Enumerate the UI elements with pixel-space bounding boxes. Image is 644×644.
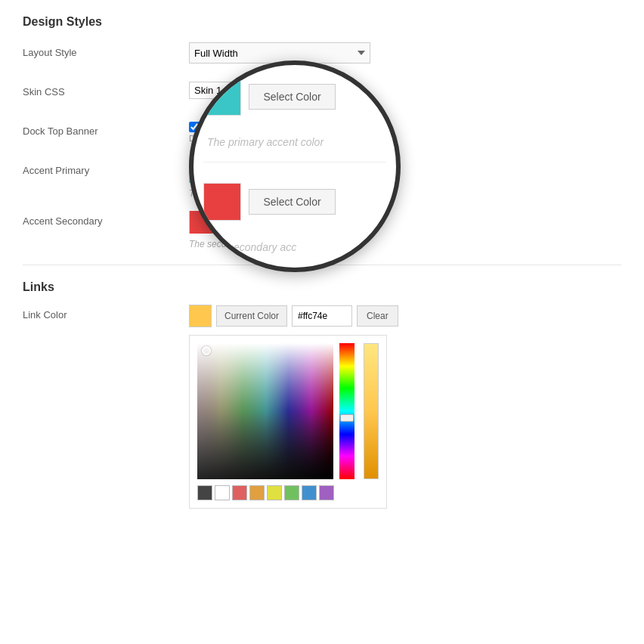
preview-bar-area [364, 343, 379, 479]
layout-style-label: Layout Style [23, 42, 189, 58]
swatch-green[interactable] [284, 485, 299, 500]
skin-css-label: Skin CSS [23, 82, 189, 98]
swatch-white[interactable] [215, 485, 230, 500]
clear-button[interactable]: Clear [357, 305, 398, 327]
mag-divider [203, 162, 385, 163]
link-color-row: Link Color Current Color Clear [23, 305, 621, 509]
preview-bar [364, 343, 379, 479]
accent-primary-label: Accent Primary [23, 160, 189, 176]
mag-accent-primary-btn[interactable]: Select Color [249, 84, 335, 110]
mag-accent-primary-row: Select Color [203, 72, 385, 122]
spectrum-thumb [340, 414, 354, 422]
color-swatches-row [197, 485, 379, 500]
gradient-canvas[interactable] [197, 343, 333, 479]
swatch-red[interactable] [232, 485, 247, 500]
layout-style-select[interactable]: Full Width Boxed [189, 42, 370, 63]
mag-accent-primary-hint: The primary accent color [194, 136, 396, 148]
design-styles-title: Design Styles [23, 15, 621, 29]
link-color-inline: Current Color Clear [189, 305, 621, 327]
swatch-purple[interactable] [319, 485, 334, 500]
swatch-yellow[interactable] [267, 485, 282, 500]
mag-accent-secondary-btn[interactable]: Select Color [249, 189, 335, 215]
color-gradient-area[interactable] [197, 343, 333, 479]
link-color-label: Link Color [23, 305, 189, 320]
link-color-swatch[interactable] [189, 305, 212, 327]
mag-accent-secondary-hint: The secondary acc [194, 241, 396, 261]
swatch-blue[interactable] [302, 485, 317, 500]
layout-style-control: Full Width Boxed [189, 42, 621, 63]
mag-accent-secondary-row: Select Color [203, 177, 385, 227]
dock-top-banner-label: Dock Top Banner [23, 121, 189, 137]
current-color-button[interactable]: Current Color [216, 305, 287, 327]
links-title: Links [23, 280, 621, 294]
magnifier-overlay: Select Color The primary accent color Se… [189, 60, 401, 272]
mag-accent-secondary-swatch [203, 183, 241, 221]
link-color-hex-input[interactable] [292, 305, 352, 327]
link-color-control: Current Color Clear [189, 305, 621, 509]
swatch-orange[interactable] [249, 485, 265, 500]
color-picker-main [197, 343, 379, 479]
hue-canvas[interactable] [339, 343, 355, 479]
color-picker [189, 335, 387, 509]
accent-secondary-label: Accent Secondary [23, 211, 189, 227]
swatch-dark[interactable] [197, 485, 212, 500]
hue-bar-area[interactable] [339, 343, 355, 479]
